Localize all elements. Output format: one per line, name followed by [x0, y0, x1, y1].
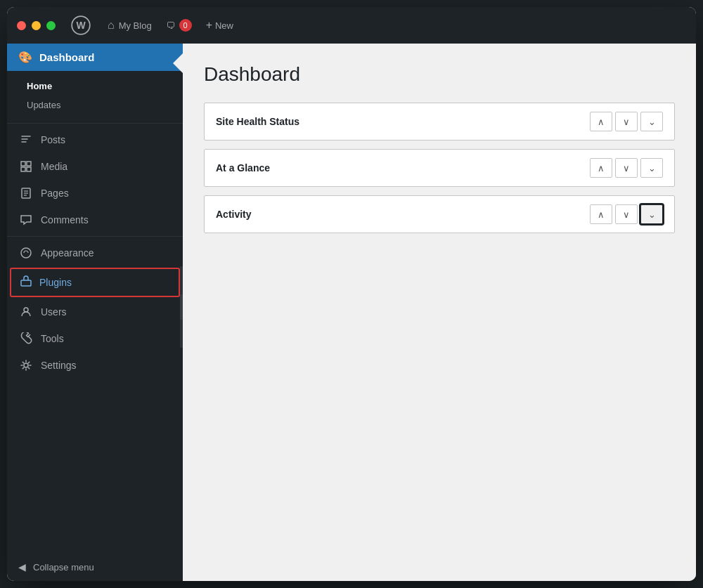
media-icon: [18, 160, 34, 173]
svg-rect-2: [21, 162, 25, 166]
home-nav-icon: ⌂: [108, 19, 115, 32]
page-title: Dashboard: [204, 63, 675, 86]
sidebar-item-pages[interactable]: Pages: [7, 180, 183, 207]
sidebar-item-plugins[interactable]: Plugins: [10, 268, 180, 297]
plus-icon: +: [206, 19, 212, 32]
widget-controls-site-health: ∧ ∨ ⌄: [590, 112, 663, 131]
sidebar-item-appearance[interactable]: Appearance: [7, 240, 183, 266]
comments-nav[interactable]: 🗨 0: [159, 15, 199, 36]
traffic-lights: [17, 21, 56, 30]
comments-icon: [18, 214, 34, 226]
active-indicator: [173, 53, 183, 73]
widget-title-site-health: Site Health Status: [216, 116, 299, 127]
svg-rect-3: [27, 162, 31, 166]
site-name-nav[interactable]: ⌂ My Blog: [101, 15, 159, 36]
app-window: W ⌂ My Blog 🗨 0 + New 🎨 Dashboard: [7, 7, 696, 581]
svg-point-10: [21, 248, 31, 258]
settings-label: Settings: [41, 360, 77, 371]
widget-up-btn-activity[interactable]: ∧: [590, 204, 612, 224]
widget-header-at-a-glance: At a Glance ∧ ∨ ⌄: [205, 150, 674, 186]
sidebar-item-dashboard[interactable]: 🎨 Dashboard: [7, 44, 183, 71]
widget-collapse-btn-site-health[interactable]: ⌄: [640, 112, 663, 131]
comment-count-badge: 0: [179, 19, 192, 32]
svg-rect-11: [21, 280, 31, 286]
tools-icon: [18, 332, 34, 345]
plugins-submenu: Installed Plugins Add New Plugin File Ed…: [180, 266, 183, 348]
sidebar-item-home[interactable]: Home: [7, 77, 183, 96]
plugins-label: Plugins: [39, 277, 72, 288]
widget-activity: Activity ∧ ∨ ⌄: [204, 195, 675, 233]
sidebar-item-settings[interactable]: Settings: [7, 352, 183, 379]
widget-title-activity: Activity: [216, 209, 252, 220]
close-button[interactable]: [17, 21, 26, 30]
sidebar-item-tools[interactable]: Tools: [7, 325, 183, 352]
widget-down-btn-activity[interactable]: ∨: [615, 204, 638, 224]
posts-icon: [18, 133, 34, 146]
svg-text:W: W: [76, 20, 86, 31]
minimize-button[interactable]: [32, 21, 41, 30]
site-name-label: My Blog: [119, 20, 152, 31]
sidebar-item-posts[interactable]: Posts: [7, 126, 183, 153]
top-nav: ⌂ My Blog 🗨 0 + New: [101, 15, 686, 36]
plugins-icon: [20, 275, 32, 290]
media-label: Media: [41, 161, 67, 172]
comment-nav-icon: 🗨: [166, 20, 175, 31]
dashboard-label: Dashboard: [39, 51, 94, 63]
pages-label: Pages: [41, 188, 69, 199]
submenu-add-new[interactable]: Add New: [180, 294, 183, 320]
svg-point-15: [24, 363, 28, 367]
sidebar: 🎨 Dashboard Home Updates Posts: [7, 44, 183, 581]
settings-icon: [18, 359, 34, 372]
dashboard-icon: 🎨: [18, 51, 32, 64]
title-bar: W ⌂ My Blog 🗨 0 + New: [7, 7, 696, 44]
widget-down-btn-site-health[interactable]: ∨: [615, 112, 638, 131]
widget-controls-at-a-glance: ∧ ∨ ⌄: [590, 158, 663, 178]
sidebar-divider-2: [7, 236, 183, 237]
posts-label: Posts: [41, 134, 65, 145]
widget-controls-activity: ∧ ∨ ⌄: [590, 204, 663, 224]
appearance-label: Appearance: [41, 247, 94, 259]
main-layout: 🎨 Dashboard Home Updates Posts: [7, 44, 696, 581]
widget-down-btn-at-a-glance[interactable]: ∨: [615, 158, 638, 178]
submenu-installed-plugins[interactable]: Installed Plugins: [180, 269, 183, 294]
svg-point-14: [24, 308, 28, 312]
widget-at-a-glance: At a Glance ∧ ∨ ⌄: [204, 149, 675, 187]
widget-site-health: Site Health Status ∧ ∨ ⌄: [204, 103, 675, 141]
collapse-icon: ◀: [18, 561, 26, 573]
users-icon: [18, 306, 34, 318]
dashboard-submenu: Home Updates: [7, 71, 183, 120]
pages-icon: [18, 187, 34, 200]
sidebar-divider-1: [7, 123, 183, 124]
sidebar-item-comments[interactable]: Comments: [7, 207, 183, 233]
comments-label: Comments: [41, 214, 89, 226]
submenu-plugin-file-editor[interactable]: Plugin File Editor: [180, 320, 183, 345]
svg-rect-4: [21, 167, 25, 171]
wp-logo[interactable]: W: [70, 14, 92, 37]
widget-up-btn-site-health[interactable]: ∧: [590, 112, 612, 131]
svg-rect-5: [27, 167, 31, 171]
widget-header-site-health: Site Health Status ∧ ∨ ⌄: [205, 103, 674, 140]
tools-label: Tools: [41, 333, 64, 344]
widget-header-activity: Activity ∧ ∨ ⌄: [205, 196, 674, 233]
new-button[interactable]: + New: [199, 15, 240, 36]
main-content: Dashboard Site Health Status ∧ ∨ ⌄ At a …: [183, 44, 696, 581]
plugins-container: Plugins Installed Plugins Add New Plugin…: [7, 266, 183, 299]
collapse-label: Collapse menu: [33, 562, 94, 573]
sidebar-item-updates[interactable]: Updates: [7, 96, 183, 115]
appearance-icon: [18, 247, 34, 259]
widget-up-btn-at-a-glance[interactable]: ∧: [590, 158, 612, 178]
widget-collapse-btn-activity[interactable]: ⌄: [640, 204, 663, 224]
widget-title-at-a-glance: At a Glance: [216, 162, 270, 174]
widget-collapse-btn-at-a-glance[interactable]: ⌄: [640, 158, 663, 178]
maximize-button[interactable]: [46, 21, 56, 30]
new-label: New: [215, 20, 233, 31]
users-label: Users: [41, 306, 67, 318]
sidebar-item-media[interactable]: Media: [7, 153, 183, 180]
collapse-menu[interactable]: ◀ Collapse menu: [7, 553, 183, 581]
sidebar-item-users[interactable]: Users: [7, 299, 183, 325]
